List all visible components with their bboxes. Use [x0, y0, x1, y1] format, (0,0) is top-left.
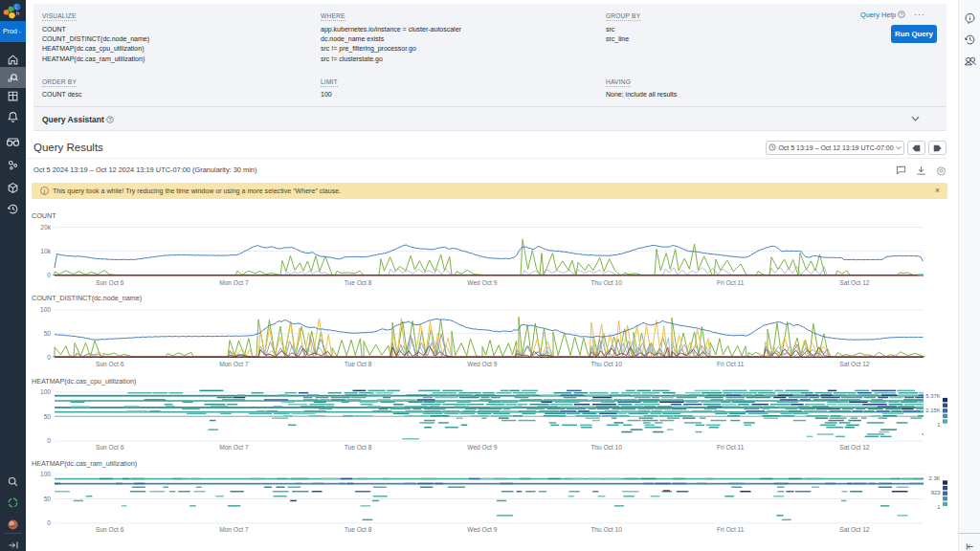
svg-text:Thu Oct 10: Thu Oct 10	[590, 526, 622, 533]
svg-text:100: 100	[40, 306, 51, 313]
svg-text:1: 1	[937, 422, 940, 428]
svg-text:Sat Oct 12: Sat Oct 12	[839, 444, 869, 451]
svg-text:Tue Oct 8: Tue Oct 8	[345, 526, 372, 533]
svg-text:20k: 20k	[40, 224, 51, 231]
svg-text:Sun Oct 6: Sun Oct 6	[96, 444, 124, 451]
svg-text:50: 50	[44, 413, 52, 420]
svg-text:Wed Oct 9: Wed Oct 9	[467, 444, 497, 451]
svg-text:Thu Oct 10: Thu Oct 10	[590, 444, 622, 451]
svg-text:Tue Oct 8: Tue Oct 8	[345, 444, 372, 451]
svg-text:COUNT: COUNT	[32, 211, 56, 220]
svg-text:0: 0	[47, 272, 51, 278]
svg-text:10k: 10k	[40, 248, 51, 254]
svg-text:Fri Oct 11: Fri Oct 11	[717, 361, 745, 367]
svg-text:Wed Oct 9: Wed Oct 9	[467, 279, 497, 286]
svg-text:2.3K: 2.3K	[929, 475, 941, 481]
svg-text:Sun Oct 6: Sun Oct 6	[96, 279, 124, 286]
svg-text:Sun Oct 6: Sun Oct 6	[96, 361, 124, 367]
svg-text:Sat Oct 12: Sat Oct 12	[839, 279, 869, 286]
svg-text:0: 0	[47, 437, 51, 444]
svg-text:100: 100	[40, 471, 51, 477]
svg-text:Fri Oct 11: Fri Oct 11	[717, 526, 745, 533]
svg-text:Mon Oct 7: Mon Oct 7	[219, 279, 249, 286]
svg-text:HEATMAP(dc.cas_ram_utilization: HEATMAP(dc.cas_ram_utilization)	[32, 459, 137, 468]
svg-text:Fri Oct 11: Fri Oct 11	[717, 444, 745, 451]
svg-text:2.15K: 2.15K	[925, 408, 940, 413]
svg-text:Wed Oct 9: Wed Oct 9	[467, 361, 497, 367]
svg-text:Thu Oct 10: Thu Oct 10	[590, 361, 622, 367]
svg-text:Sun Oct 6: Sun Oct 6	[96, 526, 124, 533]
svg-text:Sat Oct 12: Sat Oct 12	[839, 526, 869, 533]
svg-text:Mon Oct 7: Mon Oct 7	[219, 361, 249, 367]
svg-text:0: 0	[47, 354, 51, 361]
svg-text:1: 1	[937, 504, 940, 510]
svg-text:100: 100	[40, 388, 51, 395]
svg-text:Sat Oct 12: Sat Oct 12	[839, 361, 869, 367]
svg-text:HEATMAP(dc.cas_cpu_utilization: HEATMAP(dc.cas_cpu_utilization)	[32, 377, 136, 386]
svg-text:h: h	[16, 11, 19, 16]
svg-text:Thu Oct 10: Thu Oct 10	[590, 279, 622, 286]
svg-text:Mon Oct 7: Mon Oct 7	[219, 444, 249, 451]
svg-text:5.37K: 5.37K	[925, 393, 940, 399]
svg-text:Mon Oct 7: Mon Oct 7	[219, 526, 249, 533]
svg-text:0: 0	[47, 519, 51, 526]
svg-text:923: 923	[931, 490, 941, 496]
svg-text:50: 50	[44, 330, 52, 337]
svg-text:Tue Oct 8: Tue Oct 8	[345, 361, 372, 367]
svg-text:Tue Oct 8: Tue Oct 8	[345, 279, 372, 286]
svg-text:50: 50	[44, 496, 52, 502]
svg-text:Fri Oct 11: Fri Oct 11	[717, 279, 745, 286]
svg-text:COUNT_DISTINCT(dc.node_name): COUNT_DISTINCT(dc.node_name)	[32, 294, 142, 302]
svg-text:Wed Oct 9: Wed Oct 9	[467, 526, 497, 533]
